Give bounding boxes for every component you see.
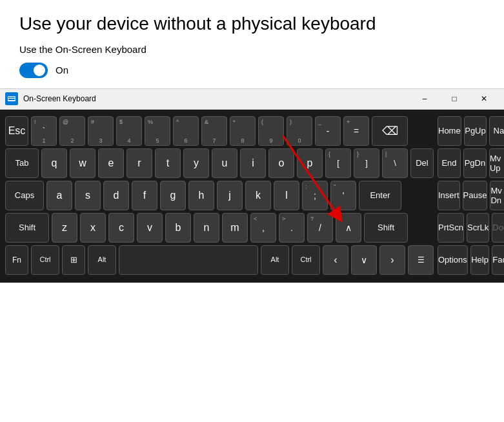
- key-s[interactable]: s: [75, 181, 101, 210]
- key-prtscn[interactable]: PrtScn: [438, 213, 464, 243]
- key-ctrl-right[interactable]: Ctrl: [292, 245, 320, 275]
- key-fn[interactable]: Fn: [5, 245, 28, 275]
- page-title: Use your device without a physical keybo…: [19, 13, 485, 35]
- key-alt-left[interactable]: Alt: [88, 245, 116, 275]
- key-quote[interactable]: "': [330, 181, 356, 210]
- key-minus[interactable]: _-: [315, 116, 341, 146]
- key-q[interactable]: q: [41, 148, 67, 178]
- key-win[interactable]: ⊞: [62, 245, 85, 275]
- key-alt-right[interactable]: Alt: [261, 245, 289, 275]
- key-k[interactable]: k: [245, 181, 271, 210]
- key-enter[interactable]: Enter: [359, 181, 401, 210]
- key-insert[interactable]: Insert: [438, 181, 460, 210]
- key-4[interactable]: $4: [116, 116, 142, 146]
- key-g[interactable]: g: [160, 181, 186, 210]
- osk-titlebar-text: On-Screen Keyboard: [23, 94, 410, 103]
- key-up-arrow[interactable]: ∧: [336, 213, 361, 243]
- key-home[interactable]: Home: [438, 116, 461, 146]
- key-7[interactable]: &7: [201, 116, 227, 146]
- key-semicolon[interactable]: :;: [302, 181, 328, 210]
- key-5[interactable]: %5: [145, 116, 170, 146]
- key-pgdn[interactable]: PgDn: [463, 148, 487, 178]
- key-help[interactable]: Help: [470, 245, 489, 275]
- key-left-arrow[interactable]: ‹: [323, 245, 348, 275]
- key-y[interactable]: y: [183, 148, 209, 178]
- key-z[interactable]: z: [52, 213, 77, 243]
- key-0[interactable]: )0: [287, 116, 312, 146]
- svg-rect-1: [8, 97, 10, 98]
- key-e[interactable]: e: [98, 148, 124, 178]
- svg-rect-5: [8, 99, 15, 100]
- key-o[interactable]: o: [268, 148, 294, 178]
- key-comma[interactable]: <,: [250, 213, 276, 243]
- key-x[interactable]: x: [80, 213, 106, 243]
- osk-app-icon: [5, 92, 18, 105]
- key-b[interactable]: b: [165, 213, 191, 243]
- key-fade[interactable]: Fade: [492, 245, 504, 275]
- key-right-arrow[interactable]: ›: [379, 245, 405, 275]
- key-2[interactable]: @2: [59, 116, 85, 146]
- key-p[interactable]: p: [297, 148, 323, 178]
- key-menu[interactable]: ☰: [408, 245, 434, 275]
- svg-rect-3: [12, 97, 14, 98]
- keyboard-left: Esc !`1 @2 #3 $4 %5 ^6 &7 *8 (9 )0 _- +=…: [5, 116, 434, 277]
- key-row-3: Caps a s d f g h j k l :; "' Enter: [5, 181, 434, 210]
- key-v[interactable]: v: [137, 213, 163, 243]
- key-shift-left[interactable]: Shift: [5, 213, 49, 243]
- key-shift-right[interactable]: Shift: [364, 213, 408, 243]
- svg-rect-2: [10, 97, 12, 98]
- key-h[interactable]: h: [188, 181, 214, 210]
- minimize-button[interactable]: –: [410, 88, 439, 109]
- osk-window: On-Screen Keyboard – □ ✕ Esc !`1 @2 #3 $…: [0, 88, 504, 283]
- key-u[interactable]: u: [212, 148, 237, 178]
- key-backtick[interactable]: !`1: [31, 116, 57, 146]
- osk-toggle[interactable]: [19, 63, 48, 78]
- key-end[interactable]: End: [438, 148, 461, 178]
- key-mv-up[interactable]: Mv Up: [489, 148, 504, 178]
- svg-rect-4: [14, 97, 15, 98]
- key-equals[interactable]: +=: [343, 116, 369, 146]
- key-9[interactable]: (9: [258, 116, 284, 146]
- key-ctrl-left[interactable]: Ctrl: [31, 245, 59, 275]
- key-r[interactable]: r: [126, 148, 152, 178]
- maximize-button[interactable]: □: [439, 88, 469, 109]
- key-down-arrow[interactable]: ∨: [351, 245, 377, 275]
- settings-panel: Use your device without a physical keybo…: [0, 0, 504, 88]
- key-f[interactable]: f: [132, 181, 157, 210]
- key-t[interactable]: t: [155, 148, 181, 178]
- key-a[interactable]: a: [46, 181, 72, 210]
- key-n[interactable]: n: [194, 213, 219, 243]
- key-tab[interactable]: Tab: [5, 148, 39, 178]
- key-pgup[interactable]: PgUp: [464, 116, 487, 146]
- key-scrlk[interactable]: ScrLk: [467, 213, 489, 243]
- key-mv-dn[interactable]: Mv Dn: [490, 181, 504, 210]
- key-pause[interactable]: Pause: [463, 181, 488, 210]
- key-w[interactable]: w: [70, 148, 96, 178]
- key-esc[interactable]: Esc: [5, 116, 28, 146]
- toggle-label: On: [55, 65, 68, 75]
- key-options[interactable]: Options: [438, 245, 468, 275]
- key-backslash[interactable]: |\: [382, 148, 408, 178]
- key-8[interactable]: *8: [230, 116, 256, 146]
- titlebar-buttons: – □ ✕: [410, 88, 499, 109]
- key-row-2: Tab q w e r t y u i o p {[ }] |\: [5, 148, 434, 178]
- key-m[interactable]: m: [222, 213, 248, 243]
- key-dock[interactable]: Dock: [492, 213, 504, 243]
- key-period[interactable]: >.: [279, 213, 305, 243]
- close-button[interactable]: ✕: [469, 88, 499, 109]
- key-caps[interactable]: Caps: [5, 181, 44, 210]
- key-j[interactable]: j: [217, 181, 243, 210]
- key-d[interactable]: d: [103, 181, 129, 210]
- key-i[interactable]: i: [240, 148, 266, 178]
- key-del[interactable]: Del: [410, 148, 434, 178]
- key-lbracket[interactable]: {[: [325, 148, 351, 178]
- key-6[interactable]: ^6: [173, 116, 199, 146]
- key-nav[interactable]: Nav: [489, 116, 504, 146]
- key-rbracket[interactable]: }]: [354, 148, 379, 178]
- key-3[interactable]: #3: [88, 116, 114, 146]
- key-l[interactable]: l: [274, 181, 299, 210]
- key-slash[interactable]: ?/: [307, 213, 333, 243]
- key-c[interactable]: c: [108, 213, 134, 243]
- key-space[interactable]: [119, 245, 258, 275]
- key-backspace[interactable]: ⌫: [372, 116, 408, 146]
